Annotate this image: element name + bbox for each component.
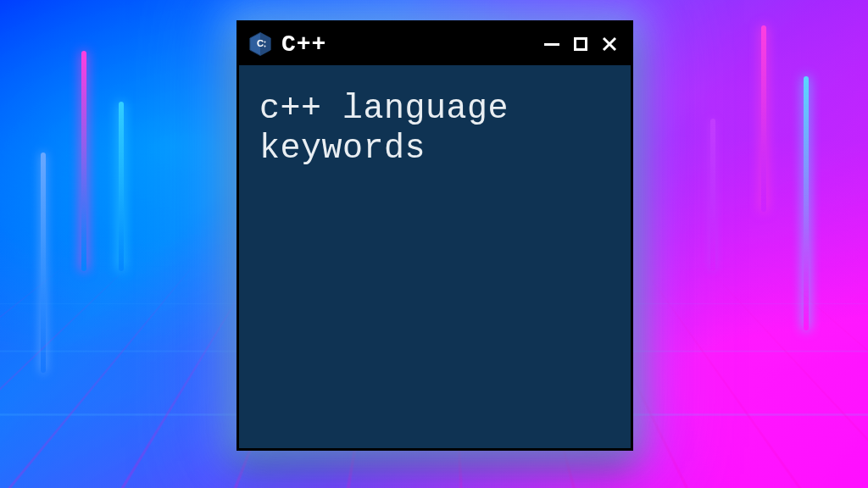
window-title: C++ [281,31,532,58]
neon-bar [81,51,86,271]
maximize-icon [574,37,587,51]
close-button[interactable] [598,33,620,55]
terminal-window: C + + C++ c++ language keywords [236,20,633,451]
terminal-content: c++ language keywords [239,65,631,192]
titlebar[interactable]: C + + C++ [239,23,631,65]
minimize-button[interactable] [541,33,563,55]
neon-bar [119,102,124,271]
window-controls [541,33,620,55]
neon-bar [804,76,809,330]
svg-text:C: C [257,38,264,48]
neon-bar [41,152,46,373]
close-icon [601,36,618,53]
cpp-logo-icon: C + + [248,31,273,57]
maximize-button[interactable] [570,33,592,55]
minimize-icon [544,43,559,46]
neon-bar [710,119,715,271]
neon-bar [761,25,766,212]
svg-text:+: + [264,43,266,48]
